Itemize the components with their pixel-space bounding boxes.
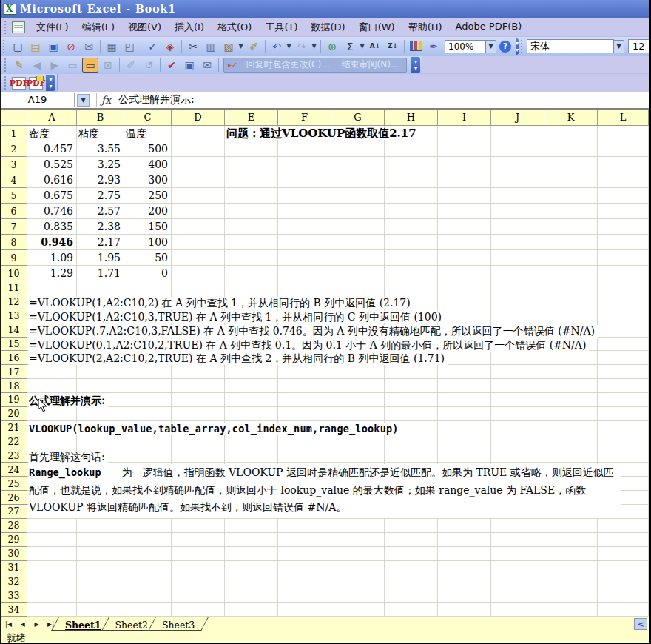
cell-data[interactable]: 50 [126, 252, 168, 264]
cell-data[interactable]: 2.57 [78, 205, 121, 218]
cell-note-row-15[interactable]: =VLOOKUP(0.1,A2:C10,2,TRUE) 在 A 列中查找 0.1… [29, 339, 589, 352]
column-header-G[interactable]: G [331, 110, 385, 126]
cell-data[interactable]: 1.29 [29, 267, 73, 280]
attach-file-button[interactable]: ✉ [199, 58, 215, 73]
menu-item-window[interactable]: 窗口(W) [352, 19, 402, 36]
select-all-corner[interactable] [1, 110, 27, 126]
row-header-10[interactable]: 10 [1, 266, 27, 281]
cell-data[interactable]: 100 [126, 236, 168, 249]
row-header-30[interactable]: 30 [1, 547, 27, 561]
open-button[interactable]: ▤ [27, 39, 44, 54]
cell-note-row-16[interactable]: =VLOOKUP(2,A2:C10,2,TRUE) 在 A 列中查找 2，并从相… [29, 352, 448, 365]
row-header-19[interactable]: 19 [1, 393, 27, 407]
cell-data[interactable]: 0.525 [29, 158, 73, 171]
cut-button[interactable]: ✂ [185, 39, 201, 54]
insert-hyperlink-button[interactable]: ⊕ [324, 39, 340, 54]
cell-header-密度[interactable]: 密度 [29, 127, 50, 140]
row-header-14[interactable]: 14 [1, 323, 27, 338]
first-sheet-button[interactable]: |◀ [2, 619, 15, 630]
redo-dropdown-icon[interactable]: ▼ [311, 39, 317, 54]
row-header-26[interactable]: 26 [1, 491, 27, 505]
cell-data[interactable]: 0.835 [29, 221, 73, 233]
cell-header-温度[interactable]: 温度 [126, 127, 146, 140]
cell-data[interactable]: 150 [126, 221, 168, 233]
adobe-toolbar-grip[interactable] [4, 76, 8, 90]
format-painter-button[interactable]: ✐ [246, 39, 262, 54]
reviewing-toolbar-grip[interactable] [4, 58, 8, 72]
paste-dropdown-icon[interactable]: ▼ [237, 39, 244, 54]
cell-data[interactable]: 0.457 [29, 143, 73, 155]
cell-data[interactable]: 0.746 [29, 205, 73, 218]
paste-button[interactable]: ▧ [220, 39, 237, 54]
cell-data[interactable]: 200 [126, 205, 168, 218]
show-comment-button[interactable]: ▭ [64, 58, 81, 73]
cell-data[interactable]: 2.38 [78, 221, 121, 233]
menu-item-help[interactable]: 帮助(H) [402, 19, 449, 36]
cell-data[interactable]: 0.675 [29, 189, 73, 202]
menu-item-adobe-pdf[interactable]: Adobe PDF(B) [449, 19, 529, 36]
menu-item-data[interactable]: 数据(D) [305, 19, 352, 36]
formatting-toolbar-grip[interactable] [521, 40, 524, 53]
cell-data[interactable]: 2.93 [78, 174, 121, 187]
cell-data[interactable]: 1.95 [78, 252, 121, 264]
zoom-dropdown-icon[interactable]: ▼ [486, 40, 496, 53]
cell-data[interactable]: 250 [126, 189, 168, 202]
cell-data[interactable]: 3.25 [78, 158, 121, 171]
row-header-5[interactable]: 5 [1, 188, 27, 204]
row-header-33[interactable]: 33 [1, 588, 27, 603]
permission-button[interactable]: ⊘ [63, 39, 79, 54]
cell-data[interactable]: 400 [126, 158, 168, 171]
font-size-combobox[interactable]: 12 [628, 39, 651, 53]
row-header-17[interactable]: 17 [1, 365, 27, 379]
cell-data[interactable]: 3.55 [78, 143, 121, 155]
undo-dropdown-icon[interactable]: ▼ [286, 39, 292, 54]
zoom-combobox[interactable]: 100% [445, 40, 486, 53]
edit-comment-button[interactable]: ✎ [11, 58, 27, 73]
name-box-dropdown-icon[interactable]: ▼ [77, 94, 90, 107]
redo-button[interactable]: ↷ [294, 39, 310, 54]
drawing-button[interactable]: ✒ [425, 39, 442, 54]
row-header-32[interactable]: 32 [1, 574, 27, 588]
cell-data[interactable]: 2.17 [78, 236, 121, 249]
font-name-dropdown-icon[interactable]: ▼ [614, 40, 624, 53]
row-header-7[interactable]: 7 [1, 219, 27, 235]
cell-note-row-12[interactable]: =VLOOKUP(1,A2:C10,2) 在 A 列中查找 1，并从相同行的 B… [29, 297, 414, 309]
cell-grid[interactable]: 密度粘度温度0.4573.555000.5253.254000.6162.933… [27, 126, 649, 617]
cell-data[interactable]: 1.71 [78, 267, 121, 280]
sheet-tab-sheet3[interactable]: Sheet3 [152, 617, 205, 631]
merge-workbooks-button[interactable]: ▣ [181, 58, 198, 73]
row-header-34[interactable]: 34 [1, 603, 27, 617]
cell-header-粘度[interactable]: 粘度 [78, 127, 99, 140]
menu-item-file[interactable]: 文件(F) [30, 19, 75, 36]
previous-sheet-button[interactable]: ◀ [16, 619, 29, 630]
column-header-J[interactable]: J [491, 110, 544, 126]
column-header-A[interactable]: A [27, 110, 77, 126]
sort-ascending-button[interactable]: A↓ [367, 39, 383, 54]
sort-descending-button[interactable]: Z↓ [385, 39, 401, 54]
cell-data[interactable]: 0 [126, 267, 168, 280]
row-header-3[interactable]: 3 [1, 157, 27, 172]
menu-item-view[interactable]: 视图(V) [121, 19, 168, 36]
menu-item-edit[interactable]: 编辑(E) [75, 19, 121, 36]
cell-data[interactable]: 2.75 [78, 189, 121, 202]
menu-item-format[interactable]: 格式(O) [211, 19, 258, 36]
help-button[interactable]: ? [499, 41, 511, 53]
row-header-12[interactable]: 12 [1, 295, 27, 309]
autosum-button[interactable]: Σ [342, 39, 358, 54]
previous-comment-button[interactable]: ◀ [29, 58, 45, 73]
mail-recipient-button[interactable]: ✉ [81, 39, 97, 54]
row-header-16[interactable]: 16 [1, 351, 27, 365]
cell-data[interactable]: 0.616 [29, 174, 73, 187]
cell-paragraph-range-lookup[interactable]: Range_lookup 为一逻辑值，指明函数 VLOOKUP 返回时是精确匹配… [29, 464, 621, 518]
save-button[interactable]: ▣ [45, 39, 61, 54]
cell-data[interactable]: 1.09 [29, 252, 73, 264]
column-header-F[interactable]: F [278, 110, 331, 126]
menu-item-tools[interactable]: 工具(T) [258, 19, 304, 36]
next-comment-button[interactable]: ▶ [47, 58, 63, 73]
reject-change-button[interactable]: ↺ [141, 58, 157, 73]
row-header-11[interactable]: 11 [1, 281, 27, 295]
cell-note-row-23[interactable]: 首先理解这句话: [29, 451, 108, 463]
row-header-24[interactable]: 24 [1, 463, 27, 477]
column-header-L[interactable]: L [598, 110, 649, 126]
row-header-22[interactable]: 22 [1, 435, 27, 449]
